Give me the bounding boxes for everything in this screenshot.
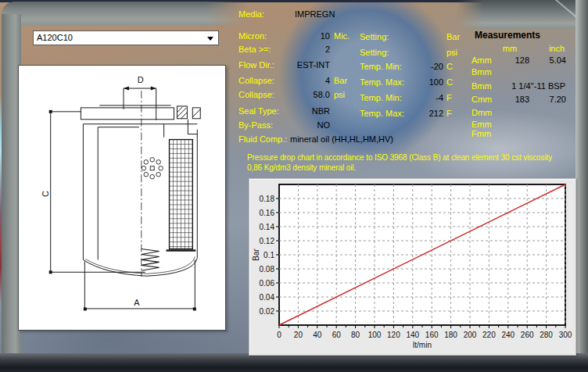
x-tick-label: 20: [294, 331, 303, 339]
x-tick-label: 180: [444, 331, 457, 339]
content-layer: A120C10 D: [0, 0, 588, 372]
x-tick-label: 280: [540, 331, 553, 339]
spec-unit: F: [446, 93, 452, 102]
measurement-inch-value: 5.04: [531, 55, 566, 65]
x-tick-label: 40: [313, 331, 322, 339]
application-window: A120C10 D: [0, 0, 588, 372]
chart-note-line2: 0,86 Kg/dm3 density mineral oil.: [247, 163, 356, 173]
spec-label: Setting:: [360, 48, 389, 57]
spec-value: IMPREGN: [295, 9, 346, 19]
filter-drawing-panel: D: [18, 65, 226, 331]
dim-label-a: A: [134, 298, 140, 307]
x-tick-label: 100: [368, 331, 382, 339]
spec-unit: C: [446, 77, 453, 87]
spec-unit: F: [446, 109, 452, 118]
fluid-comp-value: mineral oil (HH,HL,HM,HV): [290, 134, 393, 144]
x-tick-label: 240: [501, 331, 514, 339]
x-tick-label: 300: [559, 331, 572, 339]
x-tick-label: 220: [482, 331, 496, 339]
y-tick-label: 0.16: [260, 209, 275, 217]
measurement-label: Cmm: [471, 95, 492, 104]
measurement-span-value: 1 1/4''-11 BSP: [477, 81, 565, 91]
y-tick-label: 0.06: [260, 279, 275, 288]
y-tick-label: 0.14: [260, 223, 275, 231]
x-tick-label: 60: [332, 331, 342, 339]
spec-unit: Bar: [334, 76, 347, 85]
measurement-label: Amm: [471, 55, 492, 65]
spec-value: NO: [264, 120, 330, 130]
measurement-label: Emm: [471, 120, 492, 129]
pressure-drop-chart: 0204060801001201401601802002202402602803…: [249, 178, 576, 356]
spec-value: 10: [264, 31, 330, 41]
filter-cross-section-drawing: D: [19, 66, 225, 330]
spec-value: 2: [264, 45, 330, 54]
x-tick-label: 160: [425, 331, 439, 339]
spec-value: 58.0: [264, 90, 330, 99]
x-tick-label: 120: [387, 331, 400, 339]
measurement-mm-value: 183: [491, 95, 529, 104]
y-tick-label: 0.1: [264, 251, 274, 259]
dim-label-d: D: [138, 75, 144, 84]
y-tick-label: 0.04: [260, 293, 275, 302]
drain-holes: [142, 158, 163, 179]
spec-unit: psi: [446, 48, 457, 57]
y-tick-label: 0.08: [260, 265, 275, 274]
spec-value: 212: [395, 109, 443, 118]
model-combobox-value: A120C10: [37, 33, 73, 42]
measurements-col-inch: inch: [543, 44, 571, 53]
spec-label: Setting:: [360, 32, 389, 41]
model-combobox[interactable]: A120C10: [33, 30, 219, 45]
fluid-comp-label: Fluid Comp.:: [238, 134, 287, 144]
y-tick-label: 0.18: [260, 195, 275, 203]
spec-unit: C: [446, 62, 453, 71]
spec-value: -20: [395, 62, 443, 71]
spec-unit: psi: [334, 90, 345, 99]
x-tick-label: 200: [464, 331, 477, 339]
chevron-down-icon[interactable]: [207, 37, 213, 41]
measurements-col-mm: mm: [497, 44, 522, 53]
measurements-title: Measurements: [475, 30, 540, 41]
spec-value: 4: [264, 76, 330, 85]
measurement-inch-value: 7.20: [531, 95, 566, 104]
spec-value: NBR: [264, 106, 330, 116]
y-tick-label: 0.12: [260, 237, 275, 245]
measurement-label: Fmm: [471, 129, 491, 138]
spec-unit: Bar: [446, 32, 460, 41]
measurement-label: Bmm: [471, 67, 492, 77]
spec-label: Micron:: [238, 31, 267, 41]
dim-label-c: C: [41, 191, 50, 197]
measurement-label: Dmm: [471, 108, 492, 117]
spec-value: 100: [395, 77, 443, 87]
x-axis-title: lt/min: [413, 341, 432, 349]
chart-note-line1: Pressure drop chart in accordance to ISO…: [247, 153, 552, 163]
y-axis-title: Bar: [252, 249, 260, 261]
spec-value: -4: [395, 93, 443, 102]
spec-unit: Mic.: [334, 31, 350, 41]
spec-value: EST-INT: [264, 60, 330, 70]
x-tick-label: 260: [521, 331, 534, 339]
spec-label: Media:: [238, 9, 264, 19]
x-tick-label: 80: [351, 331, 360, 339]
x-tick-label: 140: [406, 331, 419, 339]
y-tick-label: 0.02: [260, 307, 275, 316]
measurement-mm-value: 128: [491, 55, 529, 65]
chart-canvas: 0204060801001201401601802002202402602803…: [249, 179, 575, 355]
x-tick-label: 0: [277, 331, 281, 339]
